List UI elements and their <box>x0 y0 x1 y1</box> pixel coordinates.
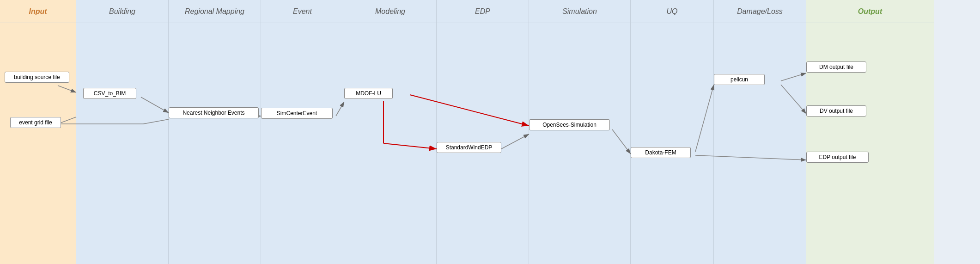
column-uq-content <box>631 23 713 264</box>
column-modeling-content <box>344 23 436 264</box>
column-regional-content <box>169 23 261 264</box>
column-event-header: Event <box>261 0 344 23</box>
column-uq-header: UQ <box>631 0 713 23</box>
column-modeling: Modeling <box>344 0 437 264</box>
column-simulation-content <box>529 23 630 264</box>
column-regional: Regional Mapping <box>169 0 261 264</box>
column-building-header: Building <box>76 0 168 23</box>
column-modeling-header: Modeling <box>344 0 436 23</box>
column-input: Input <box>0 0 76 264</box>
column-damage-content <box>714 23 806 264</box>
column-input-header: Input <box>0 0 76 23</box>
column-output: Output <box>806 0 934 264</box>
column-simulation: Simulation <box>529 0 631 264</box>
column-building-content <box>76 23 168 264</box>
column-event-content <box>261 23 344 264</box>
column-edp: EDP <box>437 0 529 264</box>
column-output-content <box>806 23 934 264</box>
column-building: Building <box>76 0 169 264</box>
column-input-content <box>0 23 76 264</box>
column-edp-header: EDP <box>437 0 529 23</box>
column-simulation-header: Simulation <box>529 0 630 23</box>
column-output-header: Output <box>806 0 934 23</box>
column-uq: UQ <box>631 0 714 264</box>
column-damage: Damage/Loss <box>714 0 806 264</box>
column-damage-header: Damage/Loss <box>714 0 806 23</box>
column-edp-content <box>437 23 529 264</box>
column-regional-header: Regional Mapping <box>169 0 261 23</box>
workflow-diagram: Input Building Regional Mapping Event Mo… <box>0 0 980 264</box>
column-event: Event <box>261 0 344 264</box>
